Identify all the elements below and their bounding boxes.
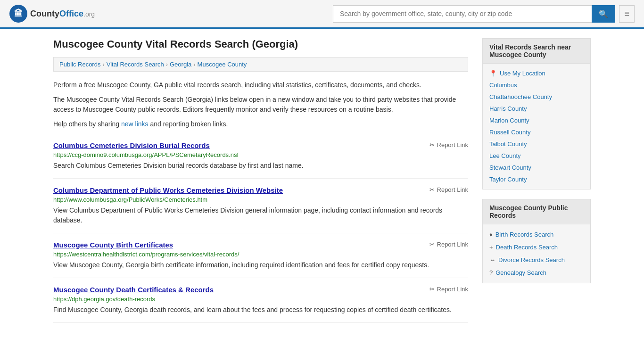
new-links-link[interactable]: new links	[121, 120, 149, 128]
records-list: Columbus Cemeteries Division Burial Reco…	[53, 134, 468, 323]
record-entry: Muscogee County Birth Certificates ✂ Rep…	[53, 233, 468, 278]
search-input[interactable]	[333, 5, 592, 23]
report-icon: ✂	[429, 141, 435, 148]
birth-records-link[interactable]: Birth Records Search	[495, 231, 554, 238]
content-area: Muscogee County Vital Records Search (Ge…	[53, 38, 468, 323]
record-header: Muscogee County Death Certificates & Rec…	[53, 286, 468, 294]
record-url[interactable]: https://ccg-domino9.columbusga.org/APPL/…	[53, 151, 468, 158]
breadcrumb: Public Records › Vital Records Search › …	[53, 57, 468, 72]
record-url[interactable]: https://westcentralhealthdistrict.com/pr…	[53, 251, 468, 258]
report-link-button[interactable]: ✂ Report Link	[429, 186, 468, 193]
record-url[interactable]: https://dph.georgia.gov/death-records	[53, 296, 468, 303]
report-icon: ✂	[429, 241, 435, 248]
sidebar-public-records-links: ♦ Birth Records Search + Death Records S…	[483, 224, 590, 283]
sidebar-item-genealogy: ? Genealogy Search	[483, 266, 590, 279]
record-title[interactable]: Columbus Cemeteries Division Burial Reco…	[53, 141, 210, 149]
location-icon: 📍	[489, 70, 497, 77]
sidebar-item-lee: Lee County	[483, 150, 590, 162]
sidebar-public-records: Muscogee County Public Records ♦ Birth R…	[482, 199, 591, 283]
record-header: Columbus Department of Public Works Ceme…	[53, 186, 468, 194]
death-icon: +	[489, 244, 493, 251]
record-title[interactable]: Muscogee County Birth Certificates	[53, 241, 173, 249]
sidebar-item-divorce: ↔ Divorce Records Search	[483, 254, 590, 266]
sidebar-item-russell: Russell County	[483, 126, 590, 138]
columbus-link[interactable]: Columbus	[489, 82, 517, 89]
death-records-link[interactable]: Death Records Search	[496, 244, 558, 251]
report-link-button[interactable]: ✂ Report Link	[429, 141, 468, 148]
genealogy-icon: ?	[489, 269, 493, 276]
report-link-button[interactable]: ✂ Report Link	[429, 241, 468, 248]
talbot-link[interactable]: Talbot County	[489, 140, 527, 148]
harris-link[interactable]: Harris County	[489, 105, 527, 112]
sidebar-item-marion: Marion County	[483, 115, 590, 126]
menu-button[interactable]: ≡	[619, 5, 635, 23]
main-container: Muscogee County Vital Records Search (Ge…	[44, 29, 600, 332]
breadcrumb-georgia[interactable]: Georgia	[170, 61, 191, 68]
record-entry: Columbus Cemeteries Division Burial Reco…	[53, 134, 468, 179]
birth-icon: ♦	[489, 231, 493, 238]
sidebar-item-location[interactable]: 📍 Use My Location	[483, 67, 590, 79]
logo-text: CountyOffice.org	[30, 9, 95, 19]
record-header: Muscogee County Birth Certificates ✂ Rep…	[53, 241, 468, 249]
breadcrumb-public-records[interactable]: Public Records	[59, 61, 100, 68]
record-entry: Columbus Department of Public Works Ceme…	[53, 179, 468, 233]
record-title[interactable]: Columbus Department of Public Works Ceme…	[53, 186, 283, 194]
description-1: Perform a free Muscogee County, GA publi…	[53, 80, 468, 90]
sidebar-item-columbus: Columbus	[483, 79, 590, 91]
report-icon: ✂	[429, 286, 435, 293]
report-link-button[interactable]: ✂ Report Link	[429, 286, 468, 293]
breadcrumb-vital-records[interactable]: Vital Records Search	[107, 61, 164, 68]
report-icon: ✂	[429, 186, 435, 193]
record-desc: View Muscogee County, Georgia birth cert…	[53, 260, 468, 270]
russell-link[interactable]: Russell County	[489, 129, 530, 136]
sidebar-item-birth: ♦ Birth Records Search	[483, 228, 590, 241]
record-url[interactable]: http://www.columbusga.org/PublicWorks/Ce…	[53, 196, 468, 203]
sidebar-item-death: + Death Records Search	[483, 241, 590, 254]
description-3: Help others by sharing new links and rep…	[53, 119, 468, 129]
sidebar-item-chattahoochee: Chattahoochee County	[483, 91, 590, 103]
chattahoochee-link[interactable]: Chattahoochee County	[489, 93, 552, 100]
breadcrumb-muscogee[interactable]: Muscogee County	[198, 61, 247, 68]
sidebar-item-harris: Harris County	[483, 103, 590, 115]
record-title[interactable]: Muscogee County Death Certificates & Rec…	[53, 286, 214, 294]
sidebar-item-taylor: Taylor County	[483, 173, 590, 185]
description-2: The Muscogee County Vital Records Search…	[53, 95, 468, 115]
sidebar-item-talbot: Talbot County	[483, 138, 590, 150]
sidebar-nearby-links: 📍 Use My Location Columbus Chattahoochee…	[483, 64, 590, 189]
logo-icon: 🏛	[9, 5, 27, 23]
divorce-records-link[interactable]: Divorce Records Search	[498, 256, 565, 263]
record-desc: View Columbus Department of Public Works…	[53, 206, 468, 225]
record-desc: Search Columbus Cemeteries Division buri…	[53, 161, 468, 171]
marion-link[interactable]: Marion County	[489, 117, 529, 124]
sidebar-public-records-title: Muscogee County Public Records	[483, 199, 590, 224]
lee-link[interactable]: Lee County	[489, 152, 521, 159]
search-button[interactable]: 🔍	[592, 5, 615, 23]
sidebar-item-stewart: Stewart County	[483, 162, 590, 173]
stewart-link[interactable]: Stewart County	[489, 164, 531, 171]
page-title: Muscogee County Vital Records Search (Ge…	[53, 38, 468, 50]
sidebar-nearby: Vital Records Search near Muscogee Count…	[482, 38, 591, 189]
sidebar: Vital Records Search near Muscogee Count…	[482, 38, 591, 323]
search-bar: 🔍 ≡	[333, 5, 635, 23]
record-header: Columbus Cemeteries Division Burial Reco…	[53, 141, 468, 149]
sidebar-nearby-title: Vital Records Search near Muscogee Count…	[483, 39, 590, 64]
record-entry: Muscogee County Death Certificates & Rec…	[53, 278, 468, 323]
logo-link[interactable]: 🏛 CountyOffice.org	[9, 5, 95, 23]
divorce-icon: ↔	[489, 256, 495, 263]
site-header: 🏛 CountyOffice.org 🔍 ≡	[0, 0, 644, 29]
genealogy-search-link[interactable]: Genealogy Search	[495, 269, 546, 276]
record-desc: Find Muscogee County, Georgia death reco…	[53, 305, 468, 315]
use-my-location-link[interactable]: Use My Location	[500, 70, 545, 77]
taylor-link[interactable]: Taylor County	[489, 176, 527, 183]
